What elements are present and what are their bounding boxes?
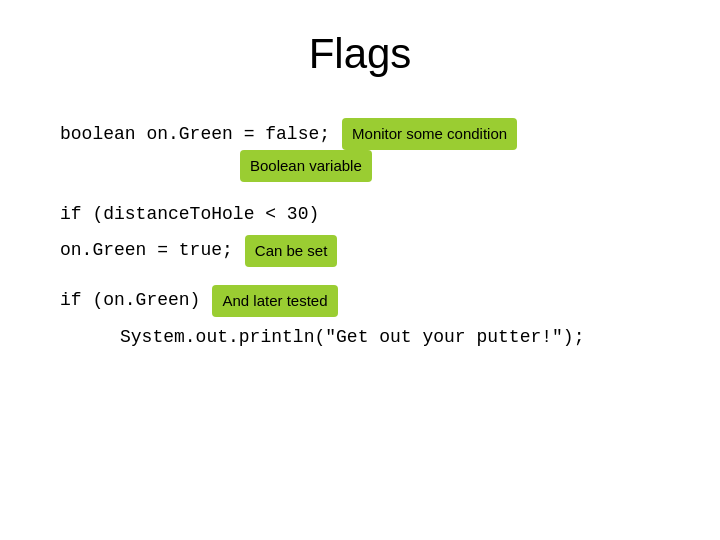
code-line-4: if (on.Green) And later tested xyxy=(60,285,660,317)
code-line-5: System.out.println("Get out your putter!… xyxy=(120,323,660,352)
andlater-badge: And later tested xyxy=(212,285,337,317)
code-text-line1: boolean on.Green = false; xyxy=(60,120,330,149)
main-page: Flags boolean on.Green = false; Monitor … xyxy=(0,0,720,540)
code-line-1: boolean on.Green = false; Monitor some c… xyxy=(60,118,660,150)
code-block: boolean on.Green = false; Monitor some c… xyxy=(60,118,660,352)
code-text-line5: System.out.println("Get out your putter!… xyxy=(120,323,584,352)
boolean-variable-badge: Boolean variable xyxy=(240,150,372,182)
page-title: Flags xyxy=(60,30,660,78)
code-text-line4: if (on.Green) xyxy=(60,286,200,315)
monitor-badge: Monitor some condition xyxy=(342,118,517,150)
code-line-3: on.Green = true; Can be set xyxy=(60,235,660,267)
canbe-badge: Can be set xyxy=(245,235,338,267)
code-text-line2: if (distanceToHole < 30) xyxy=(60,200,319,229)
code-line-2: if (distanceToHole < 30) xyxy=(60,200,660,229)
boolean-label-row: Boolean variable xyxy=(240,150,660,182)
code-text-line3: on.Green = true; xyxy=(60,236,233,265)
